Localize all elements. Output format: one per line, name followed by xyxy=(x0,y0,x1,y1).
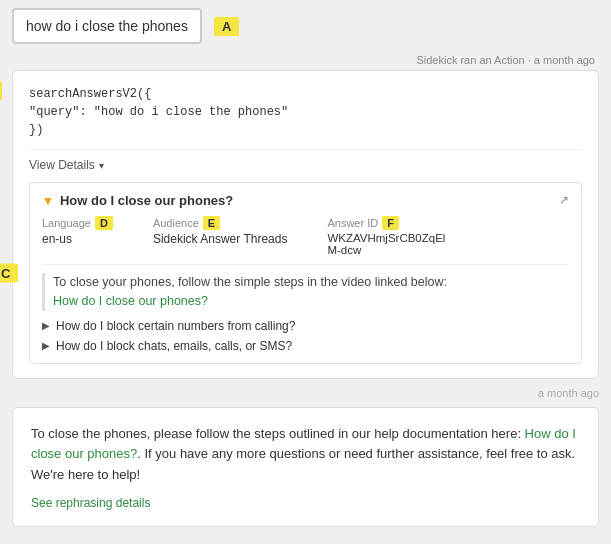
label-c-badge: C xyxy=(0,263,18,282)
related-item-2[interactable]: ▶ How do I block chats, emails, calls, o… xyxy=(42,339,569,353)
label-d-badge: D xyxy=(95,216,113,230)
related-item-2-arrow-icon: ▶ xyxy=(42,340,50,351)
response-panel: To close the phones, please follow the s… xyxy=(12,407,599,527)
language-label: Language xyxy=(42,217,91,229)
audience-col: Audience E Sidekick Answer Threads xyxy=(153,216,288,256)
response-text-before: To close the phones, please follow the s… xyxy=(31,426,525,441)
answer-expand-icon[interactable]: ▼ xyxy=(42,194,54,208)
view-details-label: View Details xyxy=(29,158,95,172)
answer-body-link[interactable]: How do I close our phones? xyxy=(53,294,208,308)
label-e-badge: E xyxy=(203,216,220,230)
answer-id-label: Answer ID xyxy=(327,217,378,229)
audience-value: Sidekick Answer Threads xyxy=(153,232,288,246)
language-col: Language D en-us xyxy=(42,216,113,256)
search-input[interactable] xyxy=(12,8,202,44)
related-item-2-text: How do I block chats, emails, calls, or … xyxy=(56,339,292,353)
answer-body-text: To close your phones, follow the simple … xyxy=(53,275,447,289)
answer-body: To close your phones, follow the simple … xyxy=(42,273,569,311)
related-item-1[interactable]: ▶ How do I block certain numbers from ca… xyxy=(42,319,569,333)
view-details-toggle[interactable]: View Details ▾ xyxy=(29,149,582,172)
label-b-badge: B xyxy=(0,81,2,100)
related-items: ▶ How do I block certain numbers from ca… xyxy=(42,319,569,353)
language-value: en-us xyxy=(42,232,113,246)
code-block: searchAnswersV2({ "query": "how do i clo… xyxy=(29,85,582,139)
answer-meta: Language D en-us Audience E Sidekick Ans… xyxy=(42,216,569,265)
code-line-2: "query": "how do i close the phones" xyxy=(29,103,582,121)
answer-title: ▼ How do I close our phones? xyxy=(42,193,233,208)
answer-id-col: Answer ID F WKZAVHmjSrCB0ZqElM-dcw xyxy=(327,216,447,256)
code-line-3: }) xyxy=(29,121,582,139)
response-text: To close the phones, please follow the s… xyxy=(31,424,580,486)
timestamp: a month ago xyxy=(12,383,599,403)
view-details-chevron-icon: ▾ xyxy=(99,160,104,171)
answer-card: ▼ How do I close our phones? ↗ Language … xyxy=(29,182,582,364)
related-item-1-text: How do I block certain numbers from call… xyxy=(56,319,295,333)
code-line-1: searchAnswersV2({ xyxy=(29,85,582,103)
action-panel: B searchAnswersV2({ "query": "how do i c… xyxy=(12,70,599,379)
external-link-icon[interactable]: ↗ xyxy=(559,193,569,207)
see-rephrasing-link[interactable]: See rephrasing details xyxy=(31,496,580,510)
answer-title-text: How do I close our phones? xyxy=(60,193,233,208)
label-a-badge: A xyxy=(214,17,239,36)
answer-id-value: WKZAVHmjSrCB0ZqElM-dcw xyxy=(327,232,447,256)
audience-label: Audience xyxy=(153,217,199,229)
sidekick-action-bar: Sidekick ran an Action · a month ago xyxy=(12,54,599,66)
related-item-1-arrow-icon: ▶ xyxy=(42,320,50,331)
label-f-badge: F xyxy=(382,216,399,230)
